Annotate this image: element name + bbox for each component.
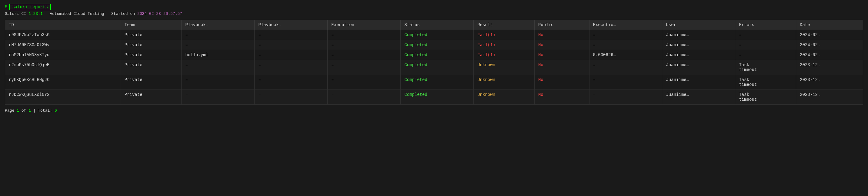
table-cell: – [589, 30, 662, 40]
table-cell: Private [121, 50, 182, 60]
total-pages: 1 [29, 108, 31, 113]
prompt-dollar: $ [5, 4, 7, 9]
command-box: satori reports [9, 4, 51, 10]
table-cell: r9SJF7No2zTWp3sG [5, 30, 121, 40]
table-cell: No [534, 60, 589, 75]
table-cell: Fail(1) [474, 30, 535, 40]
table-cell: 2024-02… [796, 40, 863, 50]
table-cell: Unknown [474, 75, 535, 90]
subtitle-middle: – Automated Cloud Testing – Started on [43, 11, 137, 16]
table-row[interactable]: rH7UA9EZSGaOt3WvPrivate–––CompletedFail(… [5, 40, 863, 50]
table-cell: – [589, 75, 662, 90]
table-cell: – [735, 50, 796, 60]
table-cell: – [255, 30, 328, 40]
table-cell: rH7UA9EZSGaOt3Wv [5, 40, 121, 50]
table-cell: Fail(1) [474, 40, 535, 50]
col-user: User [662, 20, 735, 30]
table-cell: Completed [401, 75, 474, 90]
table-row[interactable]: r9SJF7No2zTWp3sGPrivate–––CompletedFail(… [5, 30, 863, 40]
table-cell: Private [121, 75, 182, 90]
col-id: ID [5, 20, 121, 30]
table-cell: – [255, 75, 328, 90]
table-header: ID Team Playbook… Playbook… Execution St… [5, 20, 863, 30]
table-cell: No [534, 50, 589, 60]
total-count: 6 [55, 108, 57, 113]
table-cell: Tasktimeout [735, 60, 796, 75]
version-text: 1.23.1 [29, 11, 43, 16]
col-execution-time: Executio… [589, 20, 662, 30]
table-cell: 2023-12… [796, 60, 863, 75]
col-execution: Execution [328, 20, 401, 30]
table-row[interactable]: rJDCwKQSuLXol0Y2Private–––CompletedUnkno… [5, 90, 863, 105]
table-cell: rJDCwKQSuLXol0Y2 [5, 90, 121, 105]
table-cell: – [735, 30, 796, 40]
subtitle-prefix: Satori CI [5, 11, 29, 16]
table-cell: Juaniime… [662, 60, 735, 75]
col-result: Result [474, 20, 535, 30]
page-label-prefix: Page [5, 108, 17, 113]
table-cell: Completed [401, 30, 474, 40]
table-cell: Completed [401, 50, 474, 60]
table-cell: – [328, 50, 401, 60]
table-cell: 2024-02… [796, 50, 863, 60]
table-cell: Tasktimeout [735, 90, 796, 105]
table-cell: Fail(1) [474, 50, 535, 60]
table-cell: – [255, 60, 328, 75]
table-cell: Completed [401, 90, 474, 105]
table-cell: – [255, 40, 328, 50]
table-body: r9SJF7No2zTWp3sGPrivate–––CompletedFail(… [5, 30, 863, 105]
table-cell: Juaniime… [662, 90, 735, 105]
table-cell: No [534, 30, 589, 40]
prompt-line: $ satori reports [5, 4, 863, 10]
table-cell: No [534, 40, 589, 50]
col-date: Date [796, 20, 863, 30]
page-label-total: | Total: [31, 108, 55, 113]
table-row[interactable]: ryhKQpGKcHLHHgJCPrivate–––CompletedUnkno… [5, 75, 863, 90]
table-cell: 2023-12… [796, 75, 863, 90]
table-cell: Unknown [474, 60, 535, 75]
table-cell: Private [121, 60, 182, 75]
table-cell: 2024-02… [796, 30, 863, 40]
col-team: Team [121, 20, 182, 30]
table-cell: – [182, 75, 255, 90]
current-page: 1 [17, 108, 19, 113]
col-errors: Errors [735, 20, 796, 30]
table-cell: – [182, 60, 255, 75]
table-cell: No [534, 90, 589, 105]
subtitle: Satori CI 1.23.1 – Automated Cloud Testi… [5, 11, 863, 16]
table-cell: – [589, 60, 662, 75]
table-cell: – [182, 90, 255, 105]
table-cell: 0.000626… [589, 50, 662, 60]
timestamp-text: 2024-02-23 20:57:57 [137, 11, 182, 16]
table-cell: – [255, 50, 328, 60]
table-cell: Juaniime… [662, 30, 735, 40]
table-cell: – [589, 40, 662, 50]
table-cell: – [328, 40, 401, 50]
table-cell: – [182, 40, 255, 50]
table-cell: 2023-12… [796, 90, 863, 105]
pagination: Page 1 of 1 | Total: 6 [5, 108, 863, 113]
table-cell: – [328, 30, 401, 40]
table-row[interactable]: r2mbPs75bOslQjeEPrivate–––CompletedUnkno… [5, 60, 863, 75]
table-cell: Private [121, 30, 182, 40]
table-cell: Completed [401, 40, 474, 50]
table-cell: Completed [401, 60, 474, 75]
table-cell: Tasktimeout [735, 75, 796, 90]
table-cell: – [328, 75, 401, 90]
col-playbook1: Playbook… [182, 20, 255, 30]
table-cell: – [735, 40, 796, 50]
table-cell: hello.yml [182, 50, 255, 60]
table-cell: Private [121, 40, 182, 50]
table-cell: Private [121, 90, 182, 105]
table-cell: No [534, 75, 589, 90]
table-cell: – [589, 90, 662, 105]
table-cell: – [255, 90, 328, 105]
table-cell: Juaniime… [662, 75, 735, 90]
col-playbook2: Playbook… [255, 20, 328, 30]
table-row[interactable]: rnM2hnIANN8yKTyqPrivatehello.yml––Comple… [5, 50, 863, 60]
table-cell: r2mbPs75bOslQjeE [5, 60, 121, 75]
col-status: Status [401, 20, 474, 30]
table-cell: Juaniime… [662, 50, 735, 60]
table-cell: ryhKQpGKcHLHHgJC [5, 75, 121, 90]
table-cell: – [328, 60, 401, 75]
